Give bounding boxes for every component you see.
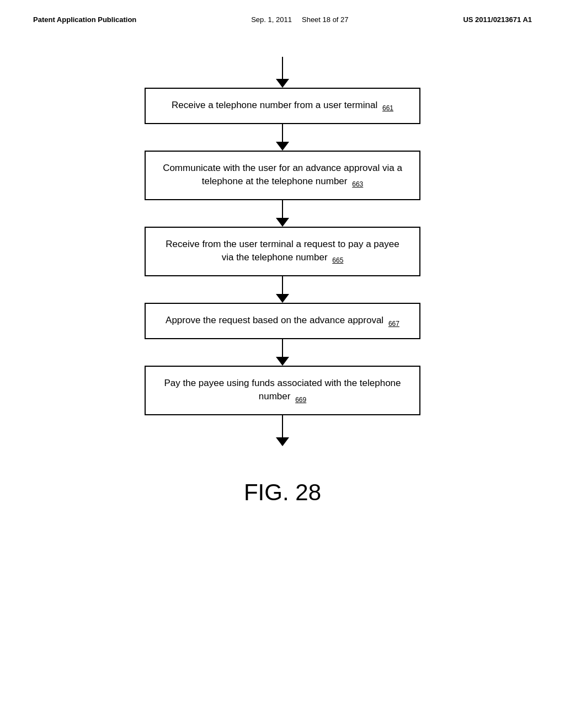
arrow-head-exit (276, 437, 289, 446)
arrow-shaft-2 (282, 200, 283, 218)
page-header: Patent Application Publication Sep. 1, 2… (0, 0, 565, 24)
arrow-head-2 (276, 218, 289, 227)
header-right: US 2011/0213671 A1 (463, 15, 532, 24)
box-661-text: Receive a telephone number from a user t… (172, 100, 377, 110)
arrow-head-1 (276, 142, 289, 151)
arrow-head-3 (276, 294, 289, 303)
flow-box-667: Approve the request based on the advance… (145, 303, 420, 339)
arrow-shaft-top (282, 57, 283, 79)
flow-box-663: Communicate with the user for an advance… (145, 151, 420, 200)
header-left: Patent Application Publication (33, 15, 136, 24)
arrow-head-top (276, 79, 289, 88)
box-669-text: Pay the payee using funds associated wit… (164, 378, 401, 402)
exit-arrow (276, 415, 289, 446)
arrow-shaft-3 (282, 276, 283, 294)
arrow-shaft-1 (282, 124, 283, 142)
arrow-2 (276, 200, 289, 227)
header-date: Sep. 1, 2011 Sheet 18 of 27 (251, 15, 348, 24)
box-669-label: 669 (295, 396, 306, 404)
arrow-head-4 (276, 357, 289, 366)
entry-arrow (276, 57, 289, 88)
box-665-label: 665 (332, 256, 343, 264)
box-661-label: 661 (382, 104, 393, 112)
arrow-shaft-4 (282, 339, 283, 357)
arrow-3 (276, 276, 289, 303)
box-665-text: Receive from the user terminal a request… (166, 239, 399, 263)
box-663-text: Communicate with the user for an advance… (163, 163, 402, 186)
box-663-label: 663 (352, 180, 363, 188)
box-667-text: Approve the request based on the advance… (166, 315, 383, 325)
figure-label: FIG. 28 (0, 479, 565, 506)
flowchart-diagram: Receive a telephone number from a user t… (0, 24, 565, 446)
flow-box-665: Receive from the user terminal a request… (145, 227, 420, 276)
arrow-shaft-exit (282, 415, 283, 437)
flow-box-669: Pay the payee using funds associated wit… (145, 366, 420, 415)
box-667-label: 667 (388, 320, 399, 328)
arrow-1 (276, 124, 289, 151)
arrow-4 (276, 339, 289, 366)
flow-box-661: Receive a telephone number from a user t… (145, 88, 420, 124)
